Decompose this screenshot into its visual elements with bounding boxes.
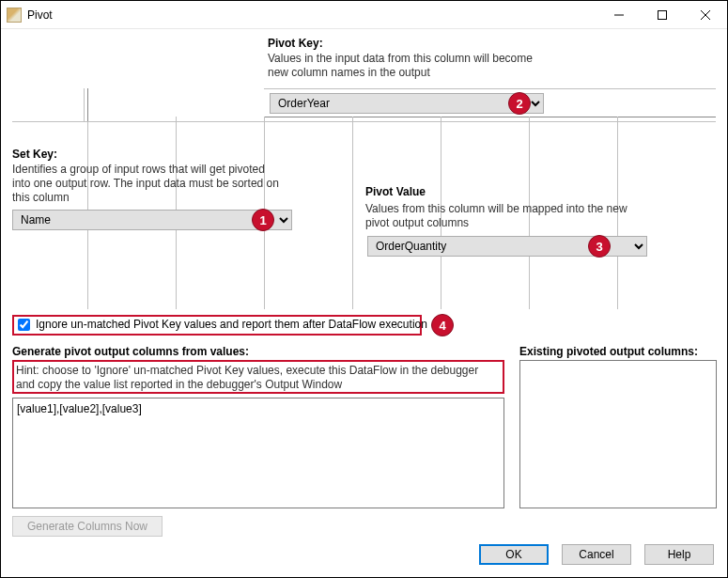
maximize-button[interactable]: [641, 1, 684, 29]
pivot-key-select[interactable]: OrderYear: [270, 93, 544, 114]
title-bar: Pivot: [1, 1, 727, 29]
pivot-key-desc1: Values in the input data from this colum…: [268, 52, 533, 67]
set-key-label: Set Key:: [12, 148, 57, 161]
generate-hint-line2: and copy the value list reported in the …: [16, 378, 342, 393]
generate-values-textarea[interactable]: [value1],[value2],[value3]: [12, 398, 504, 508]
ignore-unmatched-label: Ignore un-matched Pivot Key values and r…: [36, 318, 427, 331]
dialog-button-bar: OK Cancel Help: [1, 532, 727, 577]
pivot-value-label: Pivot Value: [365, 185, 426, 198]
minimize-button[interactable]: [597, 1, 641, 29]
cancel-button[interactable]: Cancel: [562, 544, 631, 565]
existing-columns-label: Existing pivoted output columns:: [519, 345, 698, 358]
pivot-key-desc2: new column names in the output: [268, 66, 430, 81]
generate-columns-label: Generate pivot output columns from value…: [12, 345, 249, 358]
ok-button[interactable]: OK: [479, 544, 549, 565]
pivot-key-label: Pivot Key:: [268, 37, 323, 50]
annotation-badge-4: 4: [431, 314, 454, 336]
set-key-select[interactable]: Name: [12, 210, 292, 230]
window-title: Pivot: [27, 8, 60, 22]
close-button[interactable]: [684, 1, 727, 29]
app-icon: [7, 8, 22, 23]
ignore-unmatched-checkbox[interactable]: [18, 319, 30, 331]
set-key-desc1: Identifies a group of input rows that wi…: [12, 163, 265, 178]
help-button[interactable]: Help: [644, 544, 714, 565]
pivot-value-desc2: pivot output columns: [365, 216, 469, 231]
set-key-desc2: into one output row. The input data must…: [12, 177, 279, 192]
annotation-badge-3: 3: [588, 235, 611, 258]
existing-columns-listbox[interactable]: [519, 360, 717, 508]
set-key-desc3: this column: [12, 191, 70, 206]
annotation-badge-2: 2: [508, 92, 531, 115]
annotation-badge-1: 1: [252, 209, 274, 231]
pivot-value-desc1: Values from this column will be mapped i…: [365, 202, 627, 217]
pivot-layout-grid: Pivot Key: Values in the input data from…: [12, 37, 716, 309]
svg-rect-0: [658, 10, 667, 19]
generate-hint-line1: Hint: choose to 'Ignore' un-matched Pivo…: [16, 364, 478, 379]
